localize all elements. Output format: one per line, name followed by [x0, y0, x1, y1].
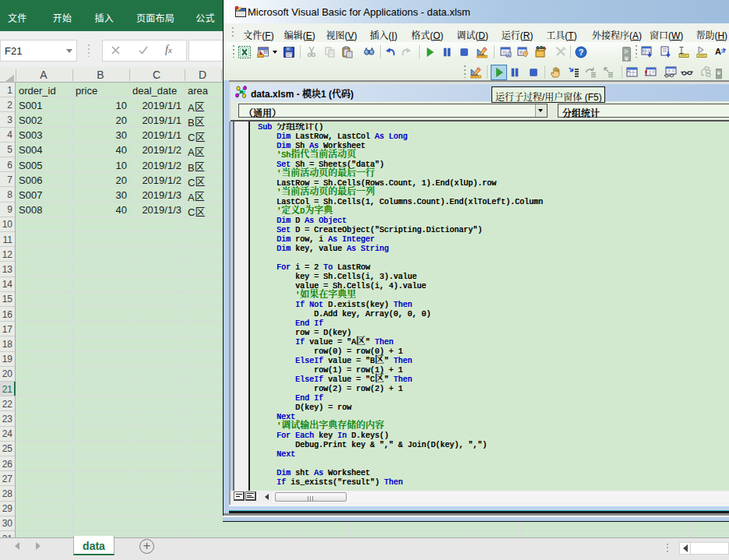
svg-text:A: A [715, 47, 721, 56]
svg-text:?: ? [579, 48, 584, 57]
